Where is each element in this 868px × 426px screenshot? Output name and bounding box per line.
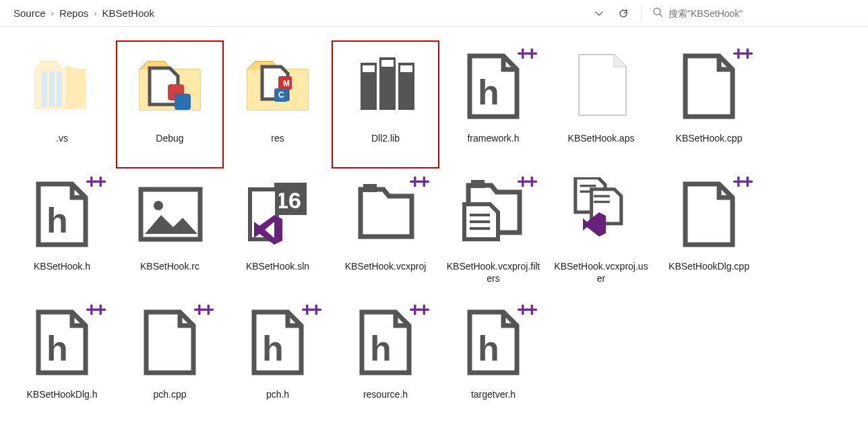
cpp-icon: ++ xyxy=(669,46,749,127)
breadcrumb-item-0[interactable]: Source xyxy=(9,5,50,22)
file-label: KBSetHookDlg.cpp xyxy=(669,260,749,272)
file-label: framework.h xyxy=(467,132,519,144)
file-label: KBSetHook.sln xyxy=(246,260,309,272)
svg-line-1 xyxy=(660,14,662,17)
folder-resource-icon xyxy=(237,46,318,127)
file-item[interactable]: res xyxy=(224,40,332,169)
file-item[interactable]: ++KBSetHook.vcxproj.filters xyxy=(439,169,547,297)
address-toolbar: Source › Repos › KBSetHook xyxy=(0,0,868,27)
chevron-right-icon: › xyxy=(51,8,54,18)
file-label: pch.h xyxy=(266,388,289,400)
file-item[interactable]: ++pch.cpp xyxy=(116,297,224,425)
plus-plus-badge-icon: ++ xyxy=(517,298,535,321)
plus-plus-badge-icon: ++ xyxy=(517,42,535,65)
file-item[interactable]: ++KBSetHookDlg.h xyxy=(8,297,116,425)
blank-file-icon xyxy=(561,46,642,127)
file-label: KBSetHook.vcxproj.user xyxy=(554,260,648,284)
cpp-icon: ++ xyxy=(669,174,749,255)
plus-plus-badge-icon: ++ xyxy=(86,170,104,193)
divider xyxy=(641,5,642,22)
breadcrumb-item-1[interactable]: Repos xyxy=(55,5,92,22)
file-label: KBSetHook.vcxproj xyxy=(345,260,427,272)
folder-hidden-icon xyxy=(22,46,102,127)
file-item[interactable]: KBSetHook.vcxproj.user xyxy=(547,169,655,297)
search-input[interactable] xyxy=(669,8,844,19)
plus-plus-badge-icon: ++ xyxy=(301,298,319,321)
cpp-icon: ++ xyxy=(129,302,210,383)
breadcrumb-item-2[interactable]: KBSetHook xyxy=(98,5,159,22)
file-label: KBSetHook.rc xyxy=(140,260,199,272)
h-cpp-icon: ++ xyxy=(237,302,318,383)
search-icon xyxy=(652,7,663,20)
file-item[interactable]: ++resource.h xyxy=(332,297,439,425)
file-item[interactable]: ++targetver.h xyxy=(439,297,547,425)
file-label: targetver.h xyxy=(471,388,516,400)
file-item[interactable]: ++KBSetHook.cpp xyxy=(655,40,763,169)
file-label: resource.h xyxy=(363,388,408,400)
file-label: KBSetHook.h xyxy=(34,260,90,272)
file-item[interactable]: ++KBSetHook.h xyxy=(8,169,116,297)
file-item[interactable]: .vs xyxy=(8,40,116,169)
file-item[interactable]: ++pch.h xyxy=(224,297,332,425)
file-grid: .vsDebugresDll2.lib++framework.hKBSetHoo… xyxy=(0,27,868,426)
file-label: Debug xyxy=(156,132,183,144)
vcxproj-user-icon xyxy=(561,174,642,255)
file-item[interactable]: ++framework.h xyxy=(439,40,547,169)
file-label: KBSetHookDlg.h xyxy=(26,388,97,400)
file-item[interactable]: Debug xyxy=(116,40,224,169)
file-label: res xyxy=(271,132,284,144)
file-label: pch.cpp xyxy=(153,388,186,400)
plus-plus-badge-icon: ++ xyxy=(409,170,427,193)
search-box[interactable] xyxy=(647,3,863,24)
refresh-button[interactable] xyxy=(613,3,634,24)
file-item[interactable]: ++KBSetHookDlg.cpp xyxy=(655,169,763,297)
plus-plus-badge-icon: ++ xyxy=(409,298,427,321)
folder-project-icon xyxy=(129,46,210,127)
plus-plus-badge-icon: ++ xyxy=(193,298,212,321)
breadcrumb: Source › Repos › KBSetHook xyxy=(5,5,587,22)
h-cpp-icon: ++ xyxy=(22,174,102,255)
file-item[interactable]: Dll2.lib xyxy=(332,40,439,169)
file-label: KBSetHook.cpp xyxy=(676,132,743,144)
h-cpp-icon: ++ xyxy=(345,302,426,383)
lib-icon xyxy=(345,46,426,127)
chevron-right-icon: › xyxy=(94,8,96,18)
image-icon xyxy=(129,174,210,255)
plus-plus-badge-icon: ++ xyxy=(86,298,104,321)
file-label: KBSetHook.aps xyxy=(568,132,635,144)
h-cpp-icon: ++ xyxy=(453,302,534,383)
file-label: Dll2.lib xyxy=(371,132,400,144)
file-item[interactable]: KBSetHook.sln xyxy=(224,169,332,297)
history-dropdown-button[interactable] xyxy=(588,3,610,24)
file-item[interactable]: KBSetHook.aps xyxy=(547,40,655,169)
svg-point-0 xyxy=(654,8,660,15)
vcxproj-icon: ++ xyxy=(345,174,426,255)
h-cpp-icon: ++ xyxy=(453,46,534,127)
plus-plus-badge-icon: ++ xyxy=(733,170,751,193)
file-label: .vs xyxy=(56,132,68,144)
plus-plus-badge-icon: ++ xyxy=(733,42,751,65)
sln-icon xyxy=(237,174,318,255)
vcxproj-filters-icon: ++ xyxy=(453,174,534,255)
plus-plus-badge-icon: ++ xyxy=(517,170,535,193)
h-cpp-icon: ++ xyxy=(22,302,102,383)
file-label: KBSetHook.vcxproj.filters xyxy=(446,260,540,284)
file-item[interactable]: ++KBSetHook.vcxproj xyxy=(332,169,439,297)
file-item[interactable]: KBSetHook.rc xyxy=(116,169,224,297)
